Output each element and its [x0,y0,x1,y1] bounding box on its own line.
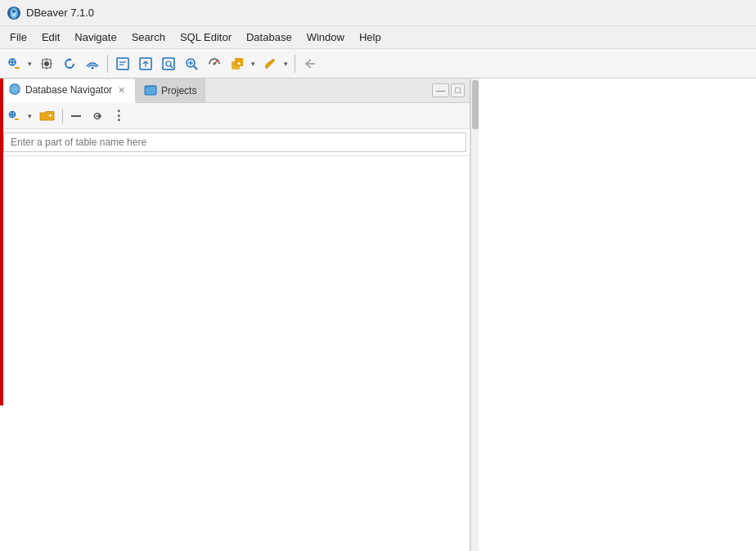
edit-dropdown[interactable]: ▾ [281,53,290,74]
svg-text:+: + [48,112,52,119]
menu-database[interactable]: Database [240,29,299,46]
nav-new-connection[interactable] [3,106,25,126]
app-title: DBeaver 7.1.0 [26,7,94,19]
svg-line-28 [267,67,268,69]
panel-controls: — □ [432,83,470,97]
right-panel-scrollbar[interactable] [470,78,479,551]
svg-point-22 [214,62,216,65]
svg-point-3 [12,10,16,13]
open-script-button[interactable] [158,53,179,74]
right-panel [470,78,756,551]
svg-rect-10 [117,58,128,69]
svg-point-9 [92,66,94,69]
new-connection-dropdown[interactable]: ▾ [25,53,34,74]
separator-1 [107,55,108,73]
back-button[interactable] [299,53,321,74]
search-container [0,129,470,156]
svg-line-18 [194,66,197,69]
projects-label: Projects [161,85,196,96]
nav-separator-1 [62,109,63,123]
right-panel-inner [470,78,756,551]
menu-file[interactable]: File [3,29,34,46]
maximize-button[interactable]: □ [451,83,465,97]
menu-navigate[interactable]: Navigate [68,29,123,46]
separator-2 [295,55,295,73]
db-navigator-close[interactable]: ✕ [116,85,127,96]
navigator-toolbar: ▾ + [0,103,470,129]
menu-help[interactable]: Help [353,29,388,46]
new-connection-button[interactable] [3,53,25,74]
nav-new-folder[interactable]: + [36,106,59,126]
refresh-button[interactable] [59,53,80,74]
dashboard-button[interactable] [204,53,225,74]
nav-connect-dropdown[interactable]: ▾ [25,105,34,127]
network-button[interactable] [82,53,103,74]
import-dropdown[interactable]: ▾ [248,53,258,74]
menu-search[interactable]: Search [125,29,172,46]
right-panel-content [479,78,756,551]
svg-rect-34 [145,86,156,95]
nav-link[interactable] [88,106,107,126]
nav-collapse[interactable] [66,106,86,126]
tab-projects[interactable]: Projects [136,78,205,102]
panel-tabs: Database Navigator ✕ Projects [0,78,470,103]
edit-button[interactable] [259,53,281,74]
nav-connect-group: ▾ [3,105,34,127]
db-navigator-label: Database Navigator [25,84,112,96]
left-panel: Database Navigator ✕ Projects [0,78,470,551]
main-area: Database Navigator ✕ Projects [0,78,756,551]
left-bar-decoration [0,78,3,405]
svg-point-7 [44,61,49,66]
new-script-button[interactable] [135,53,156,74]
sql-editor-button[interactable] [112,53,133,74]
table-search-input[interactable] [3,132,466,152]
zoom-button[interactable] [181,53,202,74]
edit-group: ▾ [259,53,290,74]
scrollbar-thumb[interactable] [472,80,479,129]
driver-manager-button[interactable] [36,53,57,74]
minimize-button[interactable]: — [432,83,449,97]
nav-more-options[interactable]: ⋮ [109,106,128,126]
title-bar: DBeaver 7.1.0 [0,0,756,26]
svg-line-16 [170,65,173,68]
import-group: ▾ [227,53,258,74]
app-icon [7,6,21,20]
menu-bar: File Edit Navigate Search SQL Editor Dat… [0,26,756,49]
db-navigator-icon [8,83,21,98]
menu-sql-editor[interactable]: SQL Editor [173,29,238,46]
navigator-content [0,156,470,551]
main-toolbar: ▾ [0,49,756,78]
new-connection-group: ▾ [3,53,34,74]
projects-icon [144,83,157,98]
menu-edit[interactable]: Edit [35,29,66,46]
import-button[interactable] [227,53,248,74]
tab-db-navigator[interactable]: Database Navigator ✕ [0,79,136,103]
menu-window[interactable]: Window [300,29,351,46]
